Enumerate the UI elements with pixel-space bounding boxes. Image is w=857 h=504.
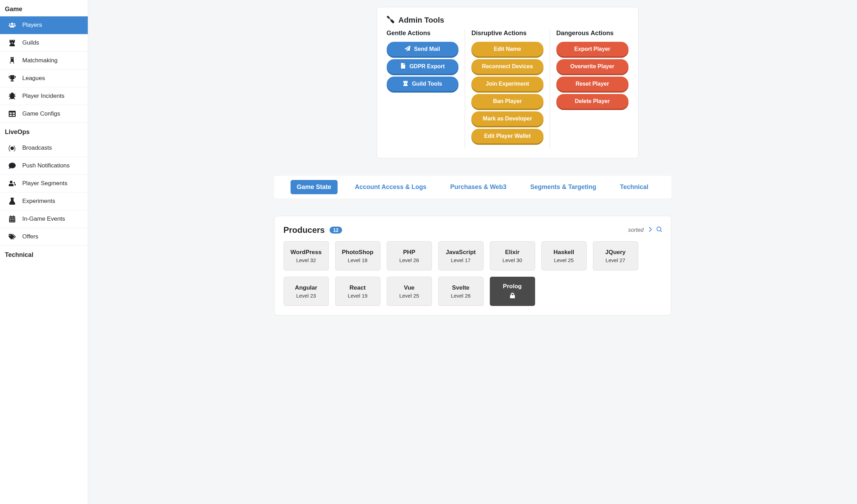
producer-tile[interactable]: JavaScriptLevel 17 — [438, 241, 484, 270]
sidebar-item-experiments[interactable]: Experiments — [0, 192, 88, 210]
producer-name: PHP — [403, 249, 415, 256]
tab-game-state[interactable]: Game State — [291, 180, 338, 194]
action-column-title: Disruptive Actions — [471, 30, 543, 37]
action-column-title: Dangerous Actions — [556, 30, 628, 37]
button-label: Edit Player Wallet — [484, 133, 531, 139]
sidebar-section-title: Game — [0, 0, 88, 16]
sidebar-item-game-configs[interactable]: Game Configs — [0, 105, 88, 123]
sidebar-item-player-segments[interactable]: Player Segments — [0, 175, 88, 192]
broadcast-icon — [8, 144, 16, 151]
producer-tile[interactable]: AngularLevel 23 — [284, 277, 329, 306]
action-columns: Gentle ActionsSend MailGDPR ExportGuild … — [387, 30, 628, 148]
gdpr-export-button[interactable]: GDPR Export — [387, 59, 459, 74]
send-mail-button[interactable]: Send Mail — [387, 42, 459, 56]
calendar-icon — [8, 215, 16, 222]
producer-tile[interactable]: Prolog — [490, 277, 535, 306]
producer-level: Level 27 — [605, 257, 625, 263]
sidebar-item-label: Players — [22, 22, 42, 29]
sidebar-item-matchmaking[interactable]: Matchmaking — [0, 52, 88, 70]
bug-icon — [8, 93, 16, 100]
sidebar-item-players[interactable]: Players — [0, 16, 88, 34]
mark-as-developer-button[interactable]: Mark as Developer — [471, 111, 543, 126]
wrench-icon — [387, 16, 394, 25]
edit-name-button[interactable]: Edit Name — [471, 42, 543, 56]
producer-name: JQuery — [605, 249, 626, 256]
tab-technical[interactable]: Technical — [614, 180, 655, 194]
search-icon[interactable] — [656, 227, 662, 234]
producer-tile[interactable]: ReactLevel 19 — [335, 277, 380, 306]
producer-tile[interactable]: JQueryLevel 27 — [593, 241, 638, 270]
producer-level: Level 19 — [348, 293, 368, 299]
chevron-right-icon[interactable] — [647, 227, 653, 234]
producer-name: Haskell — [554, 249, 574, 256]
tab-account-access-logs[interactable]: Account Access & Logs — [349, 180, 433, 194]
guild-tools-button[interactable]: Guild Tools — [387, 77, 459, 91]
producers-header-right: sorted — [628, 227, 662, 234]
sidebar-item-label: Offers — [22, 233, 38, 240]
sidebar-item-offers[interactable]: Offers — [0, 228, 88, 246]
button-label: Export Player — [574, 46, 610, 52]
producer-tile[interactable]: VueLevel 25 — [387, 277, 432, 306]
chess-icon — [8, 57, 16, 64]
button-label: Overwrite Player — [570, 63, 614, 70]
users-icon — [8, 22, 16, 29]
sidebar-item-label: Experiments — [22, 198, 55, 205]
table-icon — [8, 110, 16, 117]
producer-level: Level 25 — [554, 257, 574, 263]
producer-tile[interactable]: ElixirLevel 30 — [490, 241, 535, 270]
paper-plane-icon — [405, 46, 410, 53]
action-column-title: Gentle Actions — [387, 30, 459, 37]
delete-player-button[interactable]: Delete Player — [556, 94, 628, 109]
action-column-yellow: Disruptive ActionsEdit NameReconnect Dev… — [471, 30, 550, 148]
sidebar-item-label: Leagues — [22, 75, 45, 82]
producer-name: JavaScript — [446, 249, 476, 256]
producer-name: PhotoShop — [342, 249, 373, 256]
lock-icon — [510, 291, 515, 300]
producer-name: React — [349, 284, 365, 291]
admin-tools-title: Admin Tools — [399, 16, 445, 25]
sorted-label: sorted — [628, 227, 643, 233]
tabs-row: Game StateAccount Access & LogsPurchases… — [274, 176, 671, 198]
sidebar-item-label: Matchmaking — [22, 57, 57, 64]
producer-level: Level 30 — [502, 257, 522, 263]
file-icon — [400, 63, 406, 70]
producer-tile[interactable]: SvelteLevel 26 — [438, 277, 484, 306]
reconnect-devices-button[interactable]: Reconnect Devices — [471, 59, 543, 74]
producer-tile[interactable]: PhotoShopLevel 18 — [335, 241, 380, 270]
producers-grid: WordPressLevel 32PhotoShopLevel 18PHPLev… — [284, 241, 662, 306]
sidebar-item-guilds[interactable]: Guilds — [0, 34, 88, 52]
producer-level: Level 18 — [348, 257, 368, 263]
overwrite-player-button[interactable]: Overwrite Player — [556, 59, 628, 74]
producer-level: Level 32 — [296, 257, 316, 263]
tags-icon — [8, 233, 16, 240]
trophy-icon — [8, 75, 16, 82]
tab-purchases-web3[interactable]: Purchases & Web3 — [444, 180, 513, 194]
sidebar-section-title: Technical — [0, 246, 88, 262]
sidebar-item-in-game-events[interactable]: In-Game Events — [0, 210, 88, 228]
sidebar-item-player-incidents[interactable]: Player Incidents — [0, 87, 88, 105]
action-column-red: Dangerous ActionsExport PlayerOverwrite … — [556, 30, 628, 148]
producer-tile[interactable]: PHPLevel 26 — [387, 241, 432, 270]
button-label: Ban Player — [493, 98, 522, 104]
producer-tile[interactable]: HaskellLevel 25 — [541, 241, 587, 270]
producer-tile[interactable]: WordPressLevel 32 — [284, 241, 329, 270]
producer-name: WordPress — [291, 249, 322, 256]
sidebar-item-push-notifications[interactable]: Push Notifications — [0, 157, 88, 175]
sidebar-item-label: Broadcasts — [22, 144, 52, 151]
producer-level: Level 25 — [399, 293, 419, 299]
button-label: Delete Player — [575, 98, 610, 104]
sidebar-section-title: LiveOps — [0, 123, 88, 139]
reset-player-button[interactable]: Reset Player — [556, 77, 628, 91]
edit-player-wallet-button[interactable]: Edit Player Wallet — [471, 129, 543, 143]
ban-player-button[interactable]: Ban Player — [471, 94, 543, 109]
sidebar-item-broadcasts[interactable]: Broadcasts — [0, 139, 88, 157]
action-column-blue: Gentle ActionsSend MailGDPR ExportGuild … — [387, 30, 465, 148]
export-player-button[interactable]: Export Player — [556, 42, 628, 56]
button-label: Reconnect Devices — [482, 63, 533, 70]
comment-icon — [8, 162, 16, 169]
join-experiment-button[interactable]: Join Experiment — [471, 77, 543, 91]
producer-level: Level 26 — [451, 293, 471, 299]
sidebar-item-leagues[interactable]: Leagues — [0, 70, 88, 87]
producer-level: Level 23 — [296, 293, 316, 299]
tab-segments-targeting[interactable]: Segments & Targeting — [524, 180, 603, 194]
